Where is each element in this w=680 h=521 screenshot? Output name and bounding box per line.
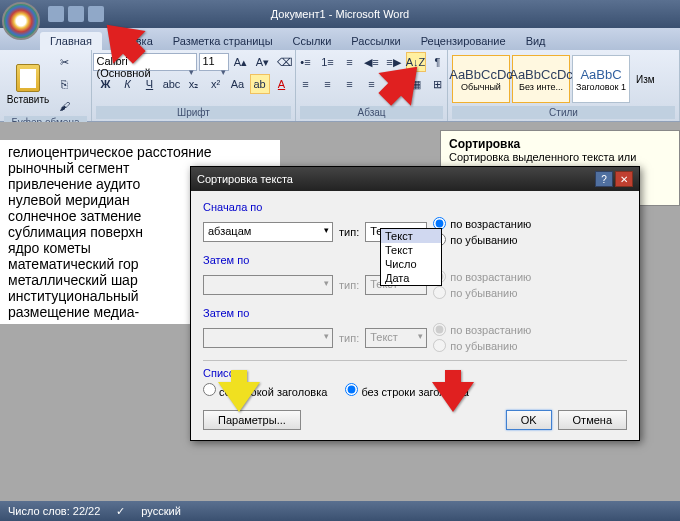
type-option-text[interactable]: Текст xyxy=(381,229,441,243)
text-line: солнечное затмение xyxy=(8,208,141,224)
annotation-arrow-icon xyxy=(378,60,424,110)
quick-access-toolbar xyxy=(48,6,104,22)
window-title: Документ1 - Microsoft Word xyxy=(271,8,409,20)
label-type: тип: xyxy=(339,226,359,238)
dialog-titlebar[interactable]: Сортировка текста ? ✕ xyxy=(191,167,639,191)
status-wordcount[interactable]: Число слов: 22/22 xyxy=(8,505,100,517)
format-painter-icon[interactable]: 🖌 xyxy=(54,96,74,116)
svg-marker-1 xyxy=(378,60,424,106)
text-line: гелиоцентрическое расстояние xyxy=(8,144,212,160)
align-center-icon[interactable]: ≡ xyxy=(318,74,338,94)
radio-desc-2: по убыванию xyxy=(433,286,531,299)
align-left-icon[interactable]: ≡ xyxy=(296,74,316,94)
font-color-button[interactable]: A xyxy=(272,74,292,94)
label-then-by-2: Затем по xyxy=(203,307,627,319)
highlight-button[interactable]: ab xyxy=(250,74,270,94)
strike-button[interactable]: abc xyxy=(162,74,182,94)
save-icon[interactable] xyxy=(48,6,64,22)
status-language[interactable]: русский xyxy=(141,505,180,517)
svg-marker-3 xyxy=(218,370,260,412)
sort-field-1[interactable]: абзацам xyxy=(203,222,333,242)
tab-layout[interactable]: Разметка страницы xyxy=(163,32,283,50)
paste-label: Вставить xyxy=(7,94,49,105)
sort-field-2[interactable] xyxy=(203,275,333,295)
style-normal[interactable]: AaBbCcDc Обычный xyxy=(452,55,510,103)
group-label-font: Шрифт xyxy=(96,106,291,119)
text-line: сублимация поверхн xyxy=(8,224,143,240)
tab-references[interactable]: Ссылки xyxy=(283,32,342,50)
tab-view[interactable]: Вид xyxy=(516,32,556,50)
cut-icon[interactable]: ✂ xyxy=(54,52,74,72)
text-line: металлический шар xyxy=(8,272,138,288)
superscript-button[interactable]: x² xyxy=(206,74,226,94)
type-option-text2[interactable]: Текст xyxy=(381,243,441,257)
group-label-styles: Стили xyxy=(452,106,675,119)
align-right-icon[interactable]: ≡ xyxy=(340,74,360,94)
svg-marker-2 xyxy=(432,370,474,412)
office-button[interactable] xyxy=(2,2,40,40)
clear-format-icon[interactable]: ⌫ xyxy=(275,52,295,72)
numbering-icon[interactable]: 1≡ xyxy=(318,52,338,72)
label-type-3: тип: xyxy=(339,332,359,344)
annotation-arrow-icon xyxy=(218,370,260,416)
radio-desc-3: по убыванию xyxy=(433,339,531,352)
radio-asc-1[interactable]: по возрастанию xyxy=(433,217,531,230)
label-list: Список xyxy=(203,367,627,379)
text-line: размещение медиа- xyxy=(8,304,139,320)
annotation-arrow-icon xyxy=(432,370,474,416)
group-styles: AaBbCcDc Обычный AaBbCcDc Без инте... Aa… xyxy=(448,50,680,121)
font-size-combo[interactable]: 11 xyxy=(199,53,229,71)
statusbar: Число слов: 22/22 ✓ русский xyxy=(0,501,680,521)
change-case-button[interactable]: Aa xyxy=(228,74,248,94)
sort-type-3: Текст xyxy=(365,328,427,348)
undo-icon[interactable] xyxy=(68,6,84,22)
radio-asc-3: по возрастанию xyxy=(433,323,531,336)
svg-marker-0 xyxy=(100,18,146,64)
text-line: институциональный xyxy=(8,288,139,304)
tab-mailings[interactable]: Рассылки xyxy=(341,32,410,50)
radio-desc-1[interactable]: по убыванию xyxy=(433,233,531,246)
clipboard-icon xyxy=(16,64,40,92)
group-paragraph: •≡ 1≡ ≡ ◀≡ ≡▶ A↓Z ¶ ≡ ≡ ≡ ≡ ↕≡ ▦ ⊞ Абзац xyxy=(296,50,448,121)
label-first-by: Сначала по xyxy=(203,201,627,213)
borders-icon[interactable]: ⊞ xyxy=(428,74,448,94)
type-dropdown-list[interactable]: Текст Текст Число Дата xyxy=(380,228,442,286)
copy-icon[interactable]: ⎘ xyxy=(54,74,74,94)
type-option-date[interactable]: Дата xyxy=(381,271,441,285)
close-icon[interactable]: ✕ xyxy=(615,171,633,187)
shrink-font-icon[interactable]: A▾ xyxy=(253,52,273,72)
dialog-title: Сортировка текста xyxy=(197,173,293,185)
tooltip-title: Сортировка xyxy=(449,137,520,151)
radio-asc-2: по возрастанию xyxy=(433,270,531,283)
label-type-2: тип: xyxy=(339,279,359,291)
subscript-button[interactable]: x₂ xyxy=(184,74,204,94)
ok-button[interactable]: OK xyxy=(506,410,552,430)
paste-button[interactable]: Вставить xyxy=(4,58,52,110)
tab-home[interactable]: Главная xyxy=(40,32,102,50)
text-line: математический гор xyxy=(8,256,139,272)
grow-font-icon[interactable]: A▴ xyxy=(231,52,251,72)
text-line: рыночный сегмент xyxy=(8,160,129,176)
style-heading1[interactable]: AaBbC Заголовок 1 xyxy=(572,55,630,103)
group-clipboard: Вставить ✂ ⎘ 🖌 Буфер обмена xyxy=(0,50,92,121)
text-line: нулевой меридиан xyxy=(8,192,130,208)
annotation-arrow-icon xyxy=(100,18,146,68)
text-line: привлечение аудито xyxy=(8,176,140,192)
text-line: ядро кометы xyxy=(8,240,91,256)
status-proofing-icon[interactable]: ✓ xyxy=(116,505,125,518)
change-styles[interactable]: Изм xyxy=(632,74,655,85)
multilevel-icon[interactable]: ≡ xyxy=(340,52,360,72)
cancel-button[interactable]: Отмена xyxy=(558,410,627,430)
help-icon[interactable]: ? xyxy=(595,171,613,187)
style-nospacing[interactable]: AaBbCcDc Без инте... xyxy=(512,55,570,103)
type-option-number[interactable]: Число xyxy=(381,257,441,271)
bullets-icon[interactable]: •≡ xyxy=(296,52,316,72)
show-marks-icon[interactable]: ¶ xyxy=(428,52,448,72)
tab-review[interactable]: Рецензирование xyxy=(411,32,516,50)
sort-field-3[interactable] xyxy=(203,328,333,348)
